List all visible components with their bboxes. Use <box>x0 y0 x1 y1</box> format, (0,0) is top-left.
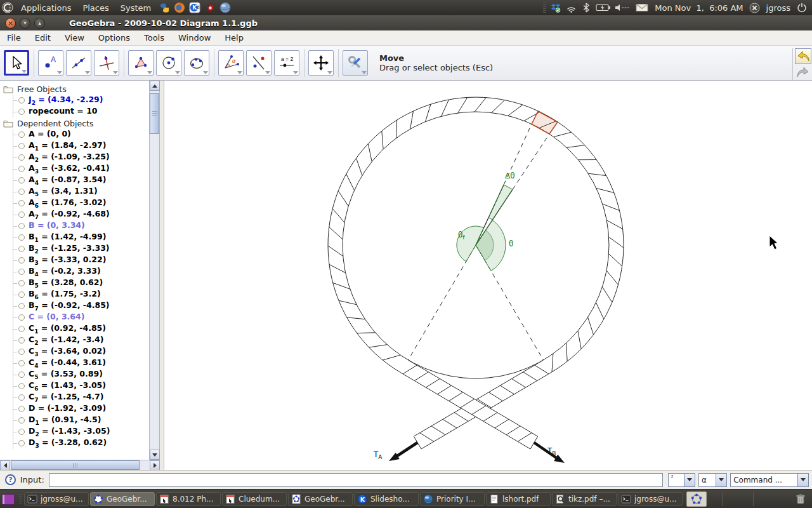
visibility-toggle[interactable] <box>18 211 25 218</box>
visibility-toggle[interactable] <box>18 246 25 252</box>
algebra-item-J_2[interactable]: J2 = (4.34, -2.29) <box>0 95 148 106</box>
drop-down-arrow-icon[interactable] <box>265 71 270 74</box>
scroll-left-button[interactable] <box>0 460 10 471</box>
firefox-launcher-icon[interactable] <box>173 1 186 14</box>
algebra-item-C_3[interactable]: C3 = (-3.64, 0.02) <box>0 346 148 358</box>
visibility-toggle[interactable] <box>18 303 25 309</box>
algebra-item-A_7[interactable]: A7 = (-0.92, -4.68) <box>0 209 148 220</box>
algebra-item-A_2[interactable]: A2 = (-1.09, -3.25) <box>0 152 148 163</box>
visibility-toggle[interactable] <box>18 177 25 184</box>
conic-tool-button[interactable] <box>184 50 209 76</box>
menu-tools[interactable]: Tools <box>137 33 171 43</box>
line-tool-button[interactable] <box>66 50 91 76</box>
taskbar-window-button[interactable]: Priority I... <box>420 492 485 506</box>
visibility-toggle[interactable] <box>18 337 25 344</box>
angle-tool-button[interactable]: α <box>218 50 244 76</box>
scroll-up-button[interactable] <box>150 81 160 91</box>
slider-tool-button[interactable]: a = 2 <box>274 50 299 76</box>
visibility-toggle[interactable] <box>18 223 25 229</box>
menu-options[interactable]: Options <box>91 33 137 43</box>
point-tool-button[interactable]: A <box>38 50 63 76</box>
k-education-launcher-icon[interactable]: K <box>188 1 201 14</box>
dropdown-arrow-icon[interactable] <box>113 71 118 74</box>
visibility-toggle[interactable] <box>18 326 25 332</box>
algebra-item-C[interactable]: C = (0, 3.64) <box>0 312 148 323</box>
user-status-icon[interactable] <box>749 1 761 14</box>
dropdown-arrow-icon[interactable] <box>175 71 180 74</box>
algebra-item-B_4[interactable]: B4 = (-0.2, 3.33) <box>0 266 148 277</box>
algebra-item-ropecount[interactable]: ropecount = 10 <box>0 106 148 117</box>
algebra-item-C_7[interactable]: C7 = (-1.25, -4.7) <box>0 392 148 403</box>
dropdown-arrow-icon[interactable] <box>237 71 242 74</box>
perpendicular-line-tool-button[interactable] <box>94 50 119 76</box>
dropdown-arrow-icon[interactable] <box>147 71 152 74</box>
scroll-right-button[interactable] <box>150 460 160 471</box>
volume-icon[interactable] <box>614 1 632 14</box>
horizontal-scrollbar[interactable] <box>0 460 160 470</box>
visibility-toggle[interactable] <box>18 269 25 275</box>
horizontal-scroll-thumb[interactable] <box>11 460 140 470</box>
vertical-scroll-thumb[interactable] <box>150 93 159 134</box>
user-name[interactable]: jgross <box>766 3 790 13</box>
menu-view[interactable]: View <box>58 33 91 43</box>
taskbar-window-button[interactable]: GeoGebr... <box>90 492 155 506</box>
algebra-item-D_3[interactable]: D3 = (-3.28, 0.62) <box>0 438 148 449</box>
dropbox-icon[interactable] <box>549 1 562 14</box>
algebra-item-C_2[interactable]: C2 = (-1.42, -3.4) <box>0 335 148 346</box>
algebra-item-A_3[interactable]: A3 = (-3.62, -0.41) <box>0 163 148 175</box>
menu-edit[interactable]: Edit <box>28 33 58 43</box>
dropdown-arrow-icon[interactable] <box>797 474 808 486</box>
algebra-item-B_1[interactable]: B1 = (1.42, -4.99) <box>0 232 148 243</box>
command-dropdown[interactable]: Command ... <box>730 473 809 487</box>
visibility-toggle[interactable] <box>18 349 25 355</box>
visibility-toggle[interactable] <box>18 143 25 149</box>
algebra-item-C_5[interactable]: C5 = (3.53, 0.89) <box>0 369 148 380</box>
panel-grip[interactable] <box>543 3 546 13</box>
taskbar-window-button[interactable]: Cluedum... <box>222 492 287 506</box>
trash-icon[interactable] <box>794 493 807 505</box>
taskbar-window-button[interactable]: lshort.pdf <box>486 492 551 506</box>
vertical-scrollbar[interactable] <box>149 81 159 460</box>
taskbar-window-button[interactable]: tikz.pdf –... <box>552 492 617 506</box>
power-icon[interactable] <box>796 1 808 14</box>
visibility-toggle[interactable] <box>18 406 25 412</box>
algebra-item-B_2[interactable]: B2 = (-1.25, -3.33) <box>0 243 148 255</box>
circle-tool-button[interactable] <box>156 50 181 76</box>
python-launcher-icon[interactable] <box>158 1 171 14</box>
titlebar[interactable]: × ▾ ▴ GeoGebra - 2009-10-02 Diagram 1.1.… <box>0 15 812 30</box>
algebra-group-header[interactable]: Free Objects <box>0 83 148 95</box>
greek-dropdown[interactable]: α <box>698 473 727 487</box>
graphics-view[interactable]: θf θ Δθ TA TB <box>164 81 812 470</box>
undo-button[interactable] <box>795 48 811 64</box>
bluetooth-icon[interactable] <box>580 1 593 14</box>
system-menu[interactable]: System <box>115 3 157 13</box>
algebra-item-B_3[interactable]: B3 = (-3.33, 0.22) <box>0 255 148 266</box>
dropdown-arrow-icon[interactable] <box>362 71 367 74</box>
algebra-item-A_6[interactable]: A6 = (1.76, -3.02) <box>0 197 148 209</box>
panel-splitter[interactable] <box>160 81 164 470</box>
visibility-toggle[interactable] <box>18 131 25 138</box>
visibility-toggle[interactable] <box>18 314 25 321</box>
visibility-toggle[interactable] <box>18 189 25 195</box>
geogebra-tray-icon[interactable] <box>686 491 707 507</box>
maximize-button[interactable]: ▴ <box>34 18 45 29</box>
visibility-toggle[interactable] <box>18 394 25 401</box>
taskbar-window-button[interactable]: 8.012 Ph... <box>156 492 221 506</box>
input-field[interactable] <box>49 473 663 487</box>
dropdown-arrow-icon[interactable] <box>293 71 298 74</box>
taskbar-window-button[interactable]: jgross@u... <box>24 492 89 506</box>
redo-button[interactable] <box>795 64 811 80</box>
battery-icon[interactable] <box>595 1 612 14</box>
help-icon[interactable]: ? <box>5 474 16 485</box>
algebra-item-D_2[interactable]: D2 = (-1.43, -3.05) <box>0 426 148 438</box>
visibility-toggle[interactable] <box>18 291 25 298</box>
algebra-item-B[interactable]: B = (0, 3.34) <box>0 220 148 232</box>
dropdown-arrow-icon[interactable] <box>22 70 27 73</box>
algebra-item-B_6[interactable]: B6 = (1.75, -3.2) <box>0 289 148 300</box>
clock[interactable]: Mon Nov 1, 6:06 AM <box>655 3 743 13</box>
red-star-launcher-icon[interactable] <box>204 1 216 14</box>
visibility-toggle[interactable] <box>18 280 25 286</box>
dropdown-arrow-icon[interactable] <box>203 71 208 74</box>
algebra-item-D_1[interactable]: D1 = (0.91, -4.5) <box>0 415 148 426</box>
dropdown-arrow-icon[interactable] <box>57 71 62 74</box>
